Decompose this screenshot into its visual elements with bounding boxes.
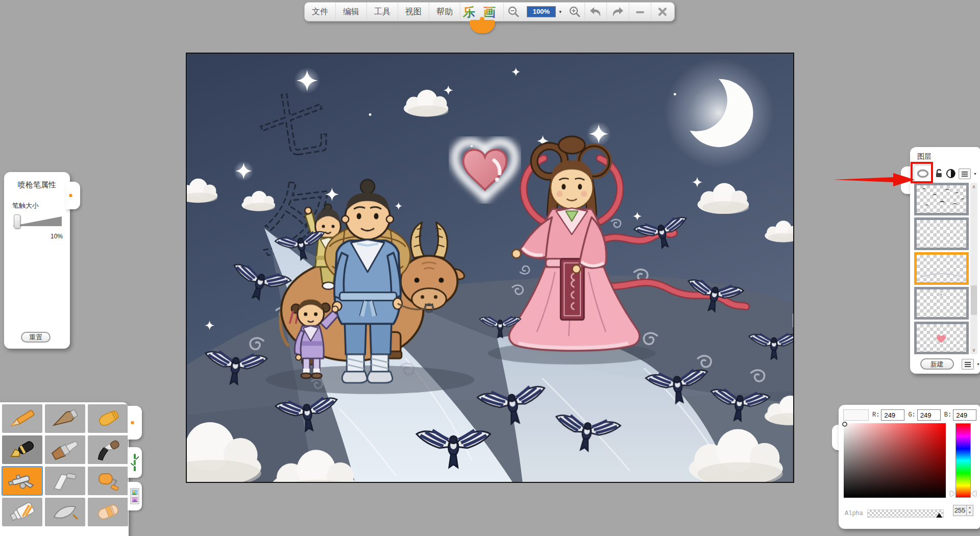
saturation-value-square[interactable] — [844, 423, 946, 498]
nature-brushes-tab[interactable] — [128, 447, 142, 478]
hue-marker-left-icon[interactable] — [950, 491, 954, 497]
layers-panel: 图层 ▼ — [910, 147, 980, 374]
tool-oil-pastel[interactable] — [45, 498, 85, 526]
slider-thumb[interactable] — [14, 214, 20, 229]
menu-file[interactable]: 文件 — [305, 3, 336, 21]
hue-marker-right-icon[interactable] — [972, 491, 976, 497]
layer-thumb-magpies[interactable] — [914, 183, 969, 215]
chinese-brush-icon — [92, 438, 125, 461]
menu-tools[interactable]: 工具 — [367, 3, 398, 21]
eye-oval-icon — [916, 168, 929, 179]
layer-options-button[interactable] — [959, 168, 971, 179]
brush-tool-palette — [0, 402, 129, 536]
unlock-icon[interactable] — [935, 168, 944, 179]
paint-roller-icon — [92, 470, 125, 492]
mascot-logo: 乐 画 — [460, 3, 504, 21]
colored-pencil-icon — [6, 407, 39, 430]
blend-contrast-icon[interactable] — [946, 168, 956, 179]
orange-crescent-icon — [68, 186, 78, 205]
redo-icon — [610, 6, 625, 18]
bamboo-icon — [131, 452, 139, 473]
rgb-row: R: G: B: — [839, 409, 980, 421]
red-label: R: — [872, 411, 879, 419]
brush-size-slider[interactable] — [12, 214, 62, 229]
layer-thumb-empty-1[interactable] — [914, 217, 969, 250]
tool-paint-tube[interactable] — [2, 498, 42, 526]
scroll-track[interactable] — [970, 191, 977, 346]
eraser-icon — [92, 501, 125, 523]
minimize-icon — [635, 7, 645, 17]
tool-chinese-brush[interactable] — [88, 435, 128, 464]
scroll-down-icon[interactable]: ∨ — [972, 346, 975, 354]
minimize-button[interactable] — [629, 3, 651, 21]
crescent-moon — [664, 58, 774, 168]
airbrush-properties-panel: 喷枪笔属性 笔触大小 10% 重置 — [4, 172, 70, 349]
tool-charcoal-pencil[interactable] — [45, 404, 85, 433]
zoom-level-field[interactable]: 100% — [527, 6, 556, 17]
undo-icon — [589, 6, 603, 18]
fountain-pen-icon — [6, 438, 39, 461]
layer-thumb-selected[interactable] — [914, 252, 969, 285]
alpha-marker-icon[interactable] — [936, 513, 942, 518]
new-layer-arrow-icon[interactable]: ▼ — [976, 362, 980, 366]
brush-size-label: 笔触大小 — [12, 201, 70, 210]
layer-content-faint-arc — [917, 255, 966, 282]
zoom-dropdown-arrow-icon[interactable]: ▼ — [556, 10, 565, 14]
blue-label: B: — [944, 411, 951, 419]
close-button[interactable] — [651, 3, 674, 21]
new-layer-options-button[interactable] — [962, 359, 974, 370]
layer-toolbar: ▼ — [914, 164, 977, 183]
alpha-slider[interactable] — [867, 509, 944, 518]
layer-thumb-heart[interactable] — [914, 322, 969, 354]
undo-button[interactable] — [585, 3, 607, 21]
layer-thumb-empty-2[interactable] — [914, 287, 969, 320]
layer-content-faint-mark — [917, 289, 966, 317]
menu-help[interactable]: 帮助 — [429, 3, 460, 21]
tool-crayon[interactable] — [88, 404, 128, 433]
reset-button[interactable]: 重置 — [21, 332, 51, 343]
green-input[interactable] — [917, 409, 941, 421]
tool-paint-roller[interactable] — [88, 467, 128, 495]
orange-crescent-icon — [130, 413, 140, 432]
tool-eraser[interactable] — [88, 498, 128, 526]
scroll-thumb[interactable] — [971, 285, 977, 315]
spinner-down-icon[interactable]: ▼ — [967, 510, 973, 516]
svg-text:画: 画 — [483, 5, 496, 19]
brush-size-value: 10% — [4, 233, 63, 240]
layer-visibility-button[interactable] — [914, 165, 932, 182]
alpha-value: 255 — [953, 505, 966, 516]
panel-title: 喷枪笔属性 — [4, 172, 70, 190]
tool-palette-knife[interactable] — [45, 467, 85, 495]
tool-fountain-pen[interactable] — [2, 435, 42, 464]
menu-bar: 文件 编辑 工具 视图 帮助 乐 画 — [304, 2, 675, 21]
tool-airbrush[interactable] — [2, 467, 42, 495]
tool-flat-brush[interactable] — [45, 435, 85, 464]
zoom-in-button[interactable] — [565, 3, 585, 21]
red-input[interactable] — [881, 409, 904, 421]
layer-scrollbar[interactable]: ∧ ∨ — [970, 183, 977, 354]
current-color-swatch — [843, 409, 869, 421]
layer-options-arrow-icon[interactable]: ▼ — [973, 172, 977, 176]
paint-app-window: 文件 编辑 工具 视图 帮助 乐 画 — [0, 0, 980, 536]
tool-colored-pencil[interactable] — [2, 404, 42, 433]
color-picker-panel: R: G: B: Alpha 255 ▲ ▼ — [839, 405, 980, 529]
alpha-spinner: 255 ▲ ▼ — [953, 505, 973, 516]
blue-input[interactable] — [953, 409, 976, 421]
stamp-brushes-tab[interactable] — [128, 482, 142, 510]
alpha-row: Alpha 255 ▲ ▼ — [839, 506, 980, 521]
menu-view[interactable]: 视图 — [398, 3, 429, 21]
sv-marker-icon[interactable] — [842, 422, 847, 427]
zoom-out-button[interactable] — [504, 3, 524, 21]
redo-button[interactable] — [607, 3, 629, 21]
hue-bar[interactable] — [955, 423, 971, 498]
scroll-up-icon[interactable]: ∧ — [972, 183, 975, 191]
new-layer-button[interactable]: 新建 — [920, 358, 954, 370]
palette-knife-icon — [49, 470, 82, 492]
palette-tab-handle[interactable] — [128, 406, 142, 440]
paint-canvas[interactable]: 七 夕 — [186, 53, 794, 483]
close-icon — [657, 7, 668, 17]
menu-edit[interactable]: 编辑 — [336, 3, 367, 21]
canvas-artwork: 七 夕 — [187, 54, 793, 482]
spinner-up-icon[interactable]: ▲ — [967, 505, 973, 510]
panel-tab-handle[interactable] — [66, 182, 80, 209]
